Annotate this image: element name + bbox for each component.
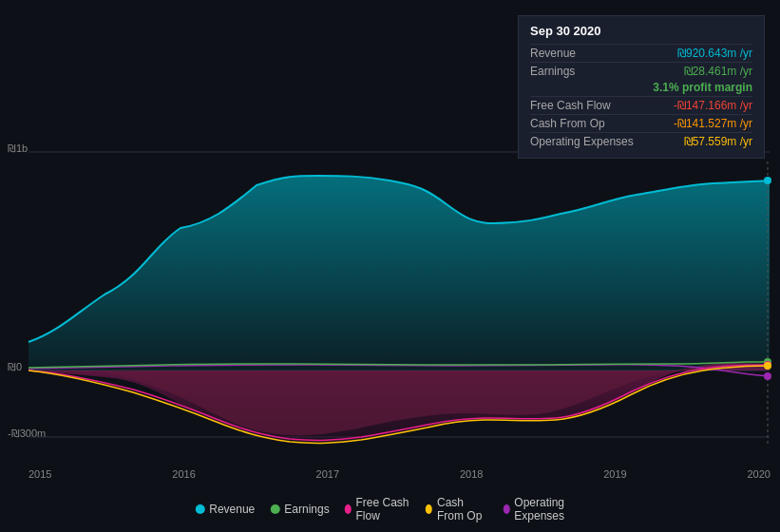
legend-label-opex: Operating Expenses bbox=[514, 496, 584, 522]
legend-item-opex[interactable]: Operating Expenses bbox=[503, 496, 584, 522]
tooltip-label-earnings: Earnings bbox=[530, 65, 575, 78]
data-tooltip: Sep 30 2020 Revenue ₪920.643m /yr Earnin… bbox=[518, 15, 765, 159]
tooltip-row-earnings: Earnings ₪28.461m /yr bbox=[530, 62, 752, 80]
svg-point-8 bbox=[764, 372, 771, 380]
legend-item-fcf[interactable]: Free Cash Flow bbox=[345, 496, 411, 522]
legend-dot-earnings bbox=[270, 504, 279, 514]
tooltip-value-cfo: -₪141.527m /yr bbox=[674, 117, 752, 130]
legend-label-fcf: Free Cash Flow bbox=[355, 496, 410, 522]
tooltip-label-fcf: Free Cash Flow bbox=[530, 99, 611, 112]
legend-label-cfo: Cash From Op bbox=[437, 496, 488, 522]
tooltip-value-opex: ₪57.559m /yr bbox=[684, 135, 752, 148]
legend-label-earnings: Earnings bbox=[284, 503, 329, 516]
svg-point-7 bbox=[764, 362, 771, 370]
tooltip-value-earnings: ₪28.461m /yr bbox=[684, 65, 752, 78]
tooltip-row-revenue: Revenue ₪920.643m /yr bbox=[530, 44, 752, 62]
legend-label-revenue: Revenue bbox=[209, 503, 255, 516]
tooltip-date: Sep 30 2020 bbox=[530, 24, 752, 38]
legend-dot-cfo bbox=[426, 504, 432, 514]
legend-dot-revenue bbox=[195, 504, 204, 514]
x-label-2019: 2019 bbox=[603, 468, 626, 480]
x-label-2020: 2020 bbox=[747, 468, 770, 480]
x-label-2017: 2017 bbox=[316, 468, 339, 480]
tooltip-row-cfo: Cash From Op -₪141.527m /yr bbox=[530, 114, 752, 132]
tooltip-value-fcf: -₪147.166m /yr bbox=[674, 99, 752, 112]
svg-point-4 bbox=[764, 177, 771, 184]
tooltip-value-revenue: ₪920.643m /yr bbox=[677, 47, 752, 60]
legend-dot-opex bbox=[503, 504, 509, 514]
legend-dot-fcf bbox=[345, 504, 352, 514]
x-label-2015: 2015 bbox=[29, 468, 51, 480]
tooltip-label-cfo: Cash From Op bbox=[530, 117, 605, 130]
legend-item-cfo[interactable]: Cash From Op bbox=[426, 496, 487, 522]
x-label-2016: 2016 bbox=[172, 468, 195, 480]
tooltip-label-opex: Operating Expenses bbox=[530, 135, 634, 148]
tooltip-row-opex: Operating Expenses ₪57.559m /yr bbox=[530, 132, 752, 150]
x-axis: 2015 2016 2017 2018 2019 2020 bbox=[29, 468, 770, 480]
x-label-2018: 2018 bbox=[460, 468, 483, 480]
legend-item-earnings[interactable]: Earnings bbox=[270, 503, 329, 516]
tooltip-profit-margin: 3.1% profit margin bbox=[530, 80, 752, 96]
tooltip-label-revenue: Revenue bbox=[530, 47, 576, 60]
legend-item-revenue[interactable]: Revenue bbox=[195, 503, 255, 516]
tooltip-row-fcf: Free Cash Flow -₪147.166m /yr bbox=[530, 96, 752, 114]
chart-legend: Revenue Earnings Free Cash Flow Cash Fro… bbox=[195, 496, 585, 522]
